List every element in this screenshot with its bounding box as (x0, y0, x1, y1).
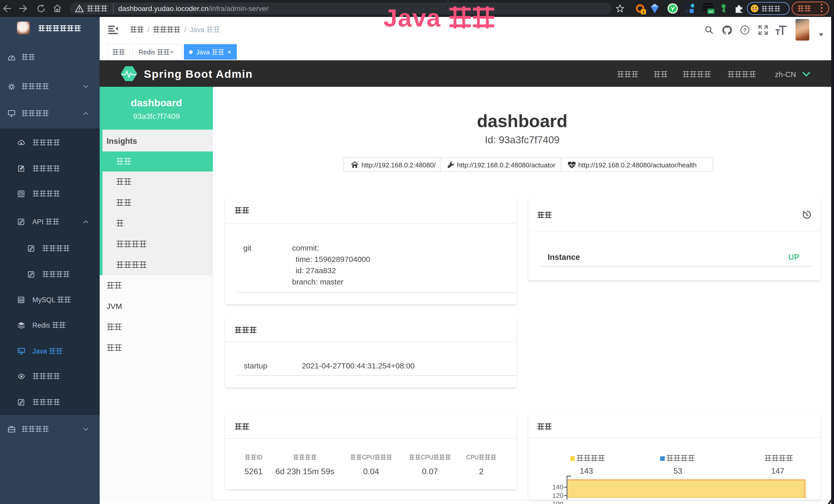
svg-text:?: ? (743, 27, 746, 33)
svg-text:1: 1 (642, 9, 644, 14)
svg-text:on: on (709, 9, 713, 13)
